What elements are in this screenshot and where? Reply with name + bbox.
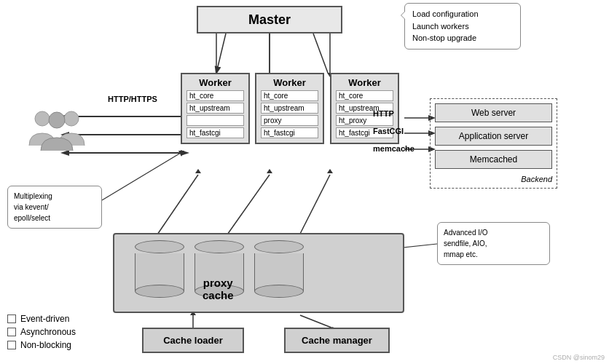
master-bubble: Load configuration Launch workers Non-st… xyxy=(404,3,521,50)
legend-label-1: Event-driven xyxy=(20,314,69,324)
worker-2-module-1: ht_core xyxy=(261,90,318,101)
worker-1-module-3 xyxy=(186,115,244,126)
svg-marker-29 xyxy=(195,169,201,173)
backend-label: Backend xyxy=(435,173,552,183)
svg-point-45 xyxy=(35,111,50,126)
advanced-io-text: Advanced I/O sendfile, AIO, mmap etc. xyxy=(444,227,543,260)
legend: Event-driven Asynchronous Non-blocking xyxy=(7,314,76,353)
http-protocol-label: HTTP xyxy=(373,109,394,118)
legend-square-2 xyxy=(7,328,16,336)
cache-loader-box: Cache loader xyxy=(142,328,244,353)
advanced-io-bubble: Advanced I/O sendfile, AIO, mmap etc. xyxy=(437,222,550,265)
webserver-row: Web server xyxy=(435,103,552,122)
appserver-label: Application server xyxy=(459,131,528,141)
appserver-row: Application server xyxy=(435,127,552,146)
worker-2-module-3: proxy xyxy=(261,115,318,126)
worker-1-module-2: ht_upstream xyxy=(186,103,244,114)
legend-label-2: Asynchronous xyxy=(20,327,76,337)
svg-line-0 xyxy=(216,33,226,73)
legend-item-2: Asynchronous xyxy=(7,327,76,337)
worker-2-title: Worker xyxy=(261,77,318,88)
svg-marker-35 xyxy=(327,169,333,173)
webserver-label: Web server xyxy=(471,108,516,118)
cache-loader-label: Cache loader xyxy=(163,335,223,346)
http-https-label: HTTP/HTTPS xyxy=(108,95,157,103)
svg-marker-32 xyxy=(267,169,272,173)
svg-line-33 xyxy=(299,175,330,237)
svg-marker-19 xyxy=(181,150,189,156)
worker-3-title: Worker xyxy=(336,77,393,88)
proxy-cache-label: proxy cache xyxy=(203,277,234,301)
svg-point-46 xyxy=(64,111,79,126)
proxy-cache-text: proxy cache xyxy=(203,277,234,301)
worker-1-box: Worker ht_core ht_upstream ht_fastcgi xyxy=(181,73,250,144)
diagram-container: Master Load configuration Launch workers… xyxy=(0,0,609,364)
memcached-row: Memcached xyxy=(435,150,552,169)
legend-item-3: Non-blocking xyxy=(7,340,76,350)
master-box: Master xyxy=(197,6,342,33)
multiplexing-text: Multiplexing via kevent/ epoll/select xyxy=(14,191,95,223)
legend-item-1: Event-driven xyxy=(7,314,76,324)
watermark: CSDN @sinom29 xyxy=(553,354,605,361)
worker-2-module-2: ht_upstream xyxy=(261,103,318,114)
db-cylinder-1 xyxy=(135,240,184,298)
svg-line-30 xyxy=(226,175,270,237)
memcached-label: Memcached xyxy=(470,154,517,165)
worker-1-title: Worker xyxy=(186,77,244,88)
svg-line-27 xyxy=(156,175,198,237)
legend-label-3: Non-blocking xyxy=(20,340,71,350)
multiplexing-bubble: Multiplexing via kevent/ epoll/select xyxy=(7,186,102,229)
master-label: Master xyxy=(248,12,291,28)
worker-3-module-1: ht_core xyxy=(336,90,393,101)
svg-point-47 xyxy=(49,112,65,128)
svg-line-2 xyxy=(313,33,328,73)
bubble-line1: Load configuration xyxy=(412,8,513,20)
bubble-line3: Non-stop upgrade xyxy=(412,32,513,44)
backend-box: Web server Application server Memcached … xyxy=(430,98,557,189)
legend-square-3 xyxy=(7,341,16,349)
svg-marker-42 xyxy=(178,151,184,157)
db-cylinder-3 xyxy=(254,240,304,298)
memcache-protocol-label: memcache xyxy=(373,144,414,153)
worker-1-module-1: ht_core xyxy=(186,90,244,101)
legend-square-1 xyxy=(7,314,16,323)
proxy-cache-area xyxy=(113,233,404,313)
worker-2-box: Worker ht_core ht_upstream proxy ht_fast… xyxy=(255,73,324,144)
users-icon xyxy=(28,106,86,164)
fastcgi-protocol-label: FastCGI xyxy=(373,127,404,135)
cache-manager-box: Cache manager xyxy=(284,328,390,353)
svg-line-41 xyxy=(102,153,181,200)
bubble-line2: Launch workers xyxy=(412,20,513,33)
worker-1-module-4: ht_fastcgi xyxy=(186,127,244,138)
cache-manager-label: Cache manager xyxy=(302,335,372,346)
worker-2-module-4: ht_fastcgi xyxy=(261,127,318,138)
